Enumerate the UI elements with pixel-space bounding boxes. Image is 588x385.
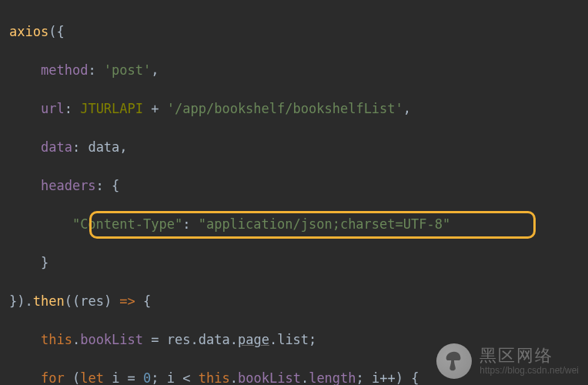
key-headers: headers: [41, 178, 96, 193]
str-post: 'post': [104, 62, 151, 78]
prop-booklist: bookList: [80, 332, 143, 347]
kw-let: let: [80, 370, 104, 385]
const-urlapi: JTURLAPI: [80, 101, 143, 116]
this: this: [41, 332, 72, 347]
str-path: '/app/bookshelf/bookshelfList': [167, 101, 403, 116]
code-editor[interactable]: axios({ method: 'post', url: JTURLAPI + …: [0, 0, 588, 385]
param-res: res: [80, 293, 104, 309]
prop-length: length: [309, 370, 356, 385]
kw-for: for: [41, 370, 65, 385]
watermark-mushroom-icon: [436, 343, 472, 379]
fn-axios: axios: [9, 24, 48, 39]
fn-then: then: [33, 293, 65, 309]
str-ct-key: "Content-Type": [72, 216, 182, 232]
key-method: method: [41, 62, 88, 78]
ident-data: data: [88, 139, 119, 155]
watermark-text: 黑区网络: [479, 346, 579, 365]
watermark-url: https://blog.csdn.net/wei: [479, 366, 579, 376]
key-url: url: [41, 101, 65, 116]
paren: ({: [48, 24, 64, 39]
key-data: data: [41, 139, 72, 155]
prop-page: page: [238, 332, 269, 347]
watermark: 黑区网络 https://blog.csdn.net/wei: [436, 343, 579, 379]
str-ct-val: "application/json;charset=UTF-8": [199, 216, 451, 232]
